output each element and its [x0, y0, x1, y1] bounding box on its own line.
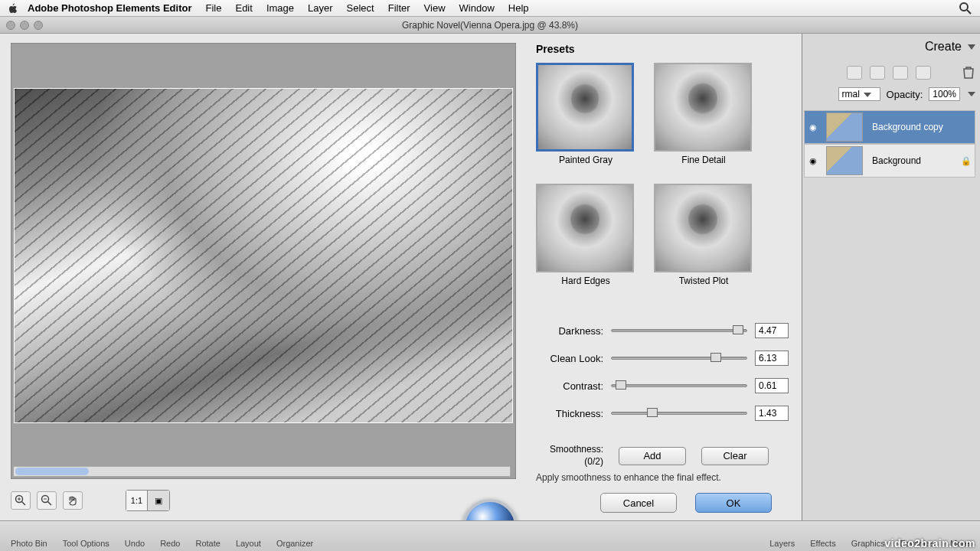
layer-thumbnail — [826, 146, 863, 175]
slider-knob[interactable] — [733, 325, 743, 334]
smoothness-help: Apply smoothness to enhance the final ef… — [536, 472, 789, 483]
dialog-buttons: Cancel OK — [600, 493, 772, 513]
opacity-input[interactable]: 100% — [929, 87, 960, 101]
add-button[interactable]: Add — [619, 447, 686, 465]
app-name: Adobe Photoshop Elements Editor — [28, 2, 192, 14]
trash-icon[interactable] — [962, 66, 975, 80]
layer-row[interactable]: ◉ Background copy — [804, 110, 975, 144]
link-layers-icon[interactable] — [916, 66, 931, 80]
new-layer-icon[interactable] — [847, 66, 862, 80]
preset-label: Twisted Plot — [654, 276, 753, 286]
ratio-button[interactable]: 1:1 — [126, 491, 148, 510]
preset-thumbnail — [536, 184, 634, 272]
ok-button[interactable]: OK — [695, 493, 772, 513]
preset-painted-gray[interactable]: Painted Gray — [536, 63, 635, 165]
layout-button[interactable]: Layout — [230, 523, 267, 549]
undo-button[interactable]: Undo — [119, 523, 151, 549]
slider-value[interactable] — [755, 323, 789, 338]
menu-window[interactable]: Window — [459, 2, 495, 14]
slider-value[interactable] — [755, 350, 789, 366]
preset-fine-detail[interactable]: Fine Detail — [654, 63, 753, 165]
visibility-icon[interactable]: ◉ — [805, 122, 822, 132]
chevron-down-icon[interactable] — [968, 92, 975, 96]
zoom-dot[interactable] — [34, 21, 43, 30]
svg-point-0 — [960, 3, 968, 11]
slider-value[interactable] — [755, 406, 789, 421]
apple-icon — [8, 3, 18, 14]
create-menu[interactable]: Create — [925, 40, 975, 54]
preview-image[interactable] — [14, 88, 513, 423]
layers-panel: ◉ Background copy ◉ Background 🔒 — [804, 110, 975, 178]
watermark-text: video2brain.com — [884, 537, 975, 549]
preview-toolbar: 1:1 ▣ — [11, 490, 170, 511]
slider-clean-look: Clean Look: — [536, 350, 789, 366]
svg-line-1 — [967, 10, 971, 14]
presets-panel: Presets Painted Gray Fine Detail Hard Ed… — [536, 43, 789, 286]
sliders-panel: Darkness: Clean Look: Contrast: Thicknes… — [536, 323, 789, 421]
layer-mode-row: rmal Opacity: 100% — [838, 87, 975, 101]
bottom-toolbar: Photo Bin Tool Options Undo Redo Rotate … — [0, 520, 980, 551]
slider-darkness: Darkness: — [536, 323, 789, 338]
clear-button[interactable]: Clear — [701, 447, 769, 465]
menu-select[interactable]: Select — [347, 2, 374, 14]
zoom-in-button[interactable] — [11, 491, 31, 510]
preset-thumbnail — [654, 184, 752, 272]
preset-label: Fine Detail — [654, 155, 753, 165]
slider-track[interactable] — [611, 384, 747, 387]
preset-thumbnail — [654, 63, 752, 152]
preset-label: Painted Gray — [536, 155, 635, 165]
organizer-button[interactable]: Organizer — [270, 523, 319, 549]
minimize-dot[interactable] — [20, 21, 29, 30]
search-icon[interactable] — [959, 2, 972, 15]
visibility-icon[interactable]: ◉ — [805, 156, 822, 166]
menubar: Adobe Photoshop Elements Editor File Edi… — [0, 0, 980, 17]
scrollbar-thumb[interactable] — [15, 468, 89, 475]
menu-view[interactable]: View — [424, 2, 446, 14]
effects-tab[interactable]: Effects — [804, 537, 841, 549]
layer-panel-icons — [847, 66, 975, 80]
cancel-button[interactable]: Cancel — [600, 493, 677, 513]
slider-value[interactable] — [755, 378, 789, 393]
layers-tab[interactable]: Layers — [763, 537, 801, 549]
slider-knob[interactable] — [710, 353, 721, 362]
zoom-out-button[interactable] — [37, 491, 57, 510]
slider-knob[interactable] — [647, 408, 658, 417]
blend-mode-select[interactable]: rmal — [838, 87, 880, 101]
new-group-icon[interactable] — [870, 66, 885, 80]
graphic-novel-dialog: 1:1 ▣ Presets Painted Gray Fine Detail H… — [0, 34, 802, 520]
view-mode-group: 1:1 ▣ — [126, 490, 170, 511]
slider-thickness: Thickness: — [536, 406, 789, 421]
slider-track[interactable] — [611, 412, 747, 415]
hand-button[interactable] — [63, 491, 83, 510]
layer-thumbnail — [826, 112, 863, 142]
menu-image[interactable]: Image — [266, 2, 294, 14]
menu-filter[interactable]: Filter — [388, 2, 410, 14]
presets-title: Presets — [536, 43, 789, 55]
slider-track[interactable] — [611, 329, 747, 332]
layer-name: Background copy — [867, 122, 975, 132]
slider-knob[interactable] — [616, 380, 626, 390]
menu-layer[interactable]: Layer — [308, 2, 333, 14]
svg-line-7 — [48, 502, 52, 506]
photo-bin-button[interactable]: Photo Bin — [5, 523, 54, 549]
fit-button[interactable]: ▣ — [148, 491, 169, 510]
chevron-down-icon — [864, 93, 871, 97]
rotate-button[interactable]: Rotate — [189, 523, 226, 549]
document-title: Graphic Novel(Vienna Opera.jpg @ 43.8%) — [402, 20, 578, 31]
menu-edit[interactable]: Edit — [235, 2, 252, 14]
preview-area — [11, 43, 516, 479]
lock-icon[interactable] — [893, 66, 908, 80]
menu-file[interactable]: File — [206, 2, 222, 14]
close-dot[interactable] — [6, 21, 15, 30]
preset-twisted-plot[interactable]: Twisted Plot — [654, 184, 753, 286]
tool-options-button[interactable]: Tool Options — [57, 523, 116, 549]
layer-row[interactable]: ◉ Background 🔒 — [804, 144, 975, 178]
redo-button[interactable]: Redo — [154, 523, 186, 549]
horizontal-scrollbar[interactable] — [13, 466, 511, 477]
menu-help[interactable]: Help — [508, 2, 529, 14]
document-titlebar: Graphic Novel(Vienna Opera.jpg @ 43.8%) — [0, 17, 980, 34]
slider-label: Thickness: — [536, 408, 603, 419]
slider-track[interactable] — [611, 357, 747, 360]
preset-hard-edges[interactable]: Hard Edges — [536, 184, 635, 286]
slider-label: Contrast: — [536, 380, 603, 392]
